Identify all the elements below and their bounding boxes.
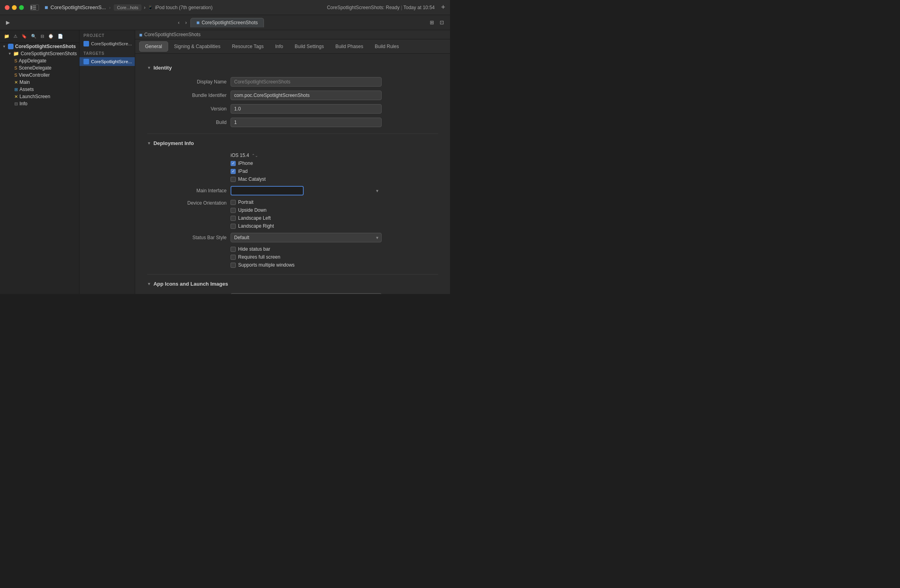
main-interface-row: Main Interface ▼ bbox=[147, 186, 438, 195]
hide-status-bar-row[interactable]: Hide status bar bbox=[231, 246, 295, 252]
main-interface-wrapper: ▼ bbox=[231, 186, 382, 195]
tab-resource-tags[interactable]: Resource Tags bbox=[226, 42, 269, 51]
file-label: Assets bbox=[19, 87, 34, 92]
add-button[interactable]: + bbox=[441, 3, 445, 12]
device-orientation-label: Device Orientation bbox=[147, 199, 227, 206]
upside-down-checkbox[interactable] bbox=[231, 208, 236, 213]
tab-build-settings[interactable]: Build Settings bbox=[289, 42, 329, 51]
svg-rect-0 bbox=[31, 6, 32, 10]
warning-icon-btn[interactable]: ⚠ bbox=[12, 33, 19, 40]
target-item-icon bbox=[83, 59, 89, 64]
landscape-right-checkbox[interactable] bbox=[231, 224, 236, 229]
file-label: Info bbox=[19, 101, 27, 106]
minimize-button[interactable] bbox=[12, 5, 17, 10]
sidebar-toolbar: 📁 ⚠ 🔖 🔍 ⊟ ⌚ 📄 bbox=[0, 30, 79, 43]
supports-multiple-windows-checkbox[interactable] bbox=[231, 263, 236, 268]
status-bar-style-select[interactable]: Default Light Content Dark Content bbox=[231, 233, 382, 242]
storyboard-icon: ✕ bbox=[14, 94, 18, 99]
filter-icon-btn[interactable]: ⊟ bbox=[39, 33, 46, 40]
sidebar-item-viewcontroller[interactable]: S ViewController bbox=[0, 72, 79, 79]
targets-section-header: TARGETS bbox=[80, 48, 135, 57]
version-input[interactable] bbox=[231, 104, 382, 114]
ipad-label: iPad bbox=[238, 168, 248, 174]
target-item[interactable]: CoreSpotlightScre... bbox=[80, 57, 135, 66]
sidebar-root[interactable]: ▼ CoreSpotlightScreenShots bbox=[0, 43, 79, 50]
supports-multiple-windows-row[interactable]: Supports multiple windows bbox=[231, 262, 295, 268]
version-row: Version bbox=[147, 104, 438, 114]
ipad-checkbox[interactable] bbox=[231, 169, 236, 174]
app-icons-collapse[interactable]: ▼ bbox=[147, 282, 151, 286]
swift-icon: S bbox=[14, 66, 17, 70]
forward-button[interactable]: › bbox=[183, 18, 189, 27]
main-interface-input[interactable] bbox=[231, 186, 304, 195]
portrait-row[interactable]: Portrait bbox=[231, 199, 274, 205]
target-item-label: CoreSpotlightScre... bbox=[91, 59, 132, 64]
requires-full-screen-row[interactable]: Requires full screen bbox=[231, 254, 295, 260]
project-item[interactable]: CoreSpotlightScre... bbox=[80, 39, 135, 48]
bundle-id-input[interactable] bbox=[231, 91, 382, 100]
sidebar-item-assets[interactable]: ⊞ Assets bbox=[0, 86, 79, 93]
landscape-left-label: Landscape Left bbox=[238, 215, 271, 221]
folder-icon: 📁 bbox=[13, 51, 19, 56]
back-button[interactable]: ‹ bbox=[176, 18, 181, 27]
tab-info[interactable]: Info bbox=[270, 42, 289, 51]
upside-down-row[interactable]: Upside Down bbox=[231, 207, 274, 213]
sidebar-item-main[interactable]: ✕ Main bbox=[0, 79, 79, 86]
app-icons-source-row: App Icons Source AppIcon ▼ + bbox=[147, 293, 438, 294]
landscape-right-label: Landscape Right bbox=[238, 223, 274, 229]
ipad-checkbox-row[interactable]: iPad bbox=[231, 168, 266, 174]
sidebar-item-info[interactable]: ⊟ Info bbox=[0, 100, 79, 107]
doc-icon-btn[interactable]: 📄 bbox=[56, 33, 65, 40]
orientation-checkboxes: Portrait Upside Down Landscape Left bbox=[231, 199, 274, 229]
requires-full-screen-checkbox[interactable] bbox=[231, 255, 236, 260]
mac-catalyst-label: Mac Catalyst bbox=[238, 176, 266, 182]
traffic-lights bbox=[5, 5, 24, 10]
main-interface-arrow: ▼ bbox=[375, 189, 379, 193]
editor-panel: ◼ CoreSpotlightScreenShots General Signi… bbox=[135, 30, 450, 294]
folder-icon-btn[interactable]: 📁 bbox=[2, 33, 11, 40]
sidebar-item-scenedelegate[interactable]: S SceneDelegate bbox=[0, 64, 79, 72]
bookmark-icon-btn[interactable]: 🔖 bbox=[20, 33, 29, 40]
mac-catalyst-checkbox[interactable] bbox=[231, 177, 236, 182]
app-icons-source-select[interactable]: AppIcon bbox=[231, 293, 382, 294]
landscape-left-row[interactable]: Landscape Left bbox=[231, 215, 274, 221]
landscape-right-row[interactable]: Landscape Right bbox=[231, 223, 274, 229]
separator-1 bbox=[147, 133, 438, 134]
history-icon-btn[interactable]: ⌚ bbox=[47, 33, 55, 40]
sidebar-item-launchscreen[interactable]: ✕ LaunchScreen bbox=[0, 93, 79, 100]
tab-build-rules[interactable]: Build Rules bbox=[369, 42, 405, 51]
project-title: CoreSpotlightScreenS... bbox=[50, 4, 106, 10]
tab-general[interactable]: General bbox=[139, 41, 168, 52]
inspector-button[interactable]: ⊡ bbox=[438, 18, 446, 27]
portrait-checkbox[interactable] bbox=[231, 200, 236, 205]
tab-signing[interactable]: Signing & Capabilities bbox=[169, 42, 226, 51]
iphone-checkbox[interactable] bbox=[231, 161, 236, 166]
iphone-checkbox-row[interactable]: iPhone bbox=[231, 161, 266, 166]
display-name-input[interactable] bbox=[231, 77, 382, 87]
identity-collapse[interactable]: ▼ bbox=[147, 66, 151, 70]
active-tab[interactable]: ◼ CoreSpotlightScreenShots bbox=[190, 18, 264, 27]
hide-status-bar-checkbox[interactable] bbox=[231, 247, 236, 252]
version-stepper[interactable]: ⌃⌄ bbox=[252, 153, 258, 158]
landscape-left-checkbox[interactable] bbox=[231, 216, 236, 221]
file-label: Main bbox=[19, 79, 30, 85]
file-navigator: 📁 ⚠ 🔖 🔍 ⊟ ⌚ 📄 ▼ CoreSpotlightScreenShots… bbox=[0, 30, 80, 294]
project-section-header: PROJECT bbox=[80, 30, 135, 39]
tab-build-phases[interactable]: Build Phases bbox=[330, 42, 369, 51]
search-icon-btn[interactable]: 🔍 bbox=[29, 33, 38, 40]
project-item-icon bbox=[83, 41, 89, 46]
sidebar-item-appdelegate[interactable]: S AppDelegate bbox=[0, 57, 79, 64]
status-bar-style-wrapper: Default Light Content Dark Content ▼ bbox=[231, 233, 382, 242]
sidebar-toggle[interactable] bbox=[30, 4, 39, 11]
mac-catalyst-checkbox-row[interactable]: Mac Catalyst bbox=[231, 176, 266, 182]
bundle-id-label: Bundle Identifier bbox=[147, 93, 227, 98]
close-button[interactable] bbox=[5, 5, 10, 10]
fullscreen-button[interactable] bbox=[19, 5, 24, 10]
sidebar-group[interactable]: ▼ 📁 CoreSpotlightScreenShots bbox=[0, 50, 79, 57]
build-input[interactable] bbox=[231, 118, 382, 127]
run-button[interactable]: ▶ bbox=[4, 18, 12, 27]
deployment-collapse[interactable]: ▼ bbox=[147, 141, 151, 145]
main-layout: 📁 ⚠ 🔖 🔍 ⊟ ⌚ 📄 ▼ CoreSpotlightScreenShots… bbox=[0, 30, 450, 294]
hide-status-bar-label: Hide status bar bbox=[238, 246, 270, 252]
layout-button[interactable]: ⊞ bbox=[428, 18, 436, 27]
